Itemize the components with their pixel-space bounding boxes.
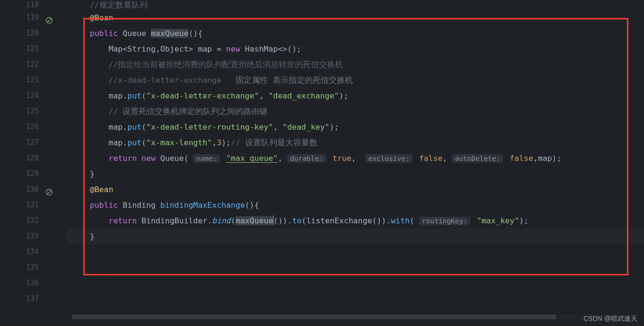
string: "max_key" bbox=[477, 216, 519, 225]
method-call: put bbox=[127, 91, 141, 100]
line-number: 129 bbox=[0, 166, 58, 182]
boolean: false bbox=[419, 154, 443, 163]
code-line[interactable]: //x-dead-letter-exchange 固定属性 表示指定的死信交换机 bbox=[66, 72, 644, 88]
line-number: 122 bbox=[0, 57, 58, 72]
line-number: 130 bbox=[0, 182, 58, 197]
line-number: 136 bbox=[0, 275, 58, 291]
number: 3 bbox=[217, 138, 221, 147]
code-line[interactable] bbox=[66, 291, 644, 307]
string: "x-dead-letter-exchange" bbox=[146, 91, 259, 100]
keyword: return bbox=[108, 154, 137, 163]
parameter-hint: autoDelete: bbox=[452, 154, 503, 163]
line-number: 135 bbox=[0, 260, 58, 275]
boolean: false bbox=[510, 154, 533, 163]
annotation: @Bean bbox=[90, 13, 114, 22]
watermark: CSDN @暗武逢天 bbox=[583, 315, 637, 323]
code-line[interactable]: map.put("x-dead-letter-exchange", "dead_… bbox=[66, 88, 644, 104]
line-number: 119 bbox=[0, 10, 58, 26]
line-number: 118 bbox=[0, 0, 58, 10]
comment: //规定数量队列 bbox=[90, 0, 148, 9]
code-line[interactable]: //指定给当前被拒绝消费的队列配置拒绝后消息转发的死信交换机 bbox=[66, 57, 644, 72]
method-call: maxQueue bbox=[236, 216, 273, 225]
code-editor[interactable]: 118 119 120 121 122 123 124 125 126 127 … bbox=[0, 0, 644, 326]
line-number: 124 bbox=[0, 88, 58, 104]
code-content[interactable]: //规定数量队列 @Bean public Queue maxQueue(){ … bbox=[66, 0, 644, 326]
method-name: bindingMaxExchange bbox=[160, 201, 245, 210]
method-call: with bbox=[391, 216, 410, 225]
code-line[interactable]: return BindingBuilder.bind(maxQueue()).t… bbox=[66, 213, 644, 229]
code-line[interactable] bbox=[66, 260, 644, 275]
keyword: public bbox=[90, 29, 118, 38]
string: "x-max-length" bbox=[146, 138, 212, 147]
code-line[interactable]: public Binding bindingMaxExchange(){ bbox=[66, 197, 644, 213]
code-line[interactable]: return new Queue( name: "max_queue", dur… bbox=[66, 150, 644, 166]
code-line[interactable]: @Bean bbox=[66, 182, 644, 197]
line-number: 120 bbox=[0, 26, 58, 41]
parameter-hint: name: bbox=[193, 154, 220, 163]
method-call: put bbox=[127, 138, 141, 147]
keyword: new bbox=[226, 44, 240, 53]
scrollbar-thumb[interactable] bbox=[72, 315, 556, 319]
svg-line-1 bbox=[47, 18, 51, 22]
type: Queue bbox=[123, 29, 146, 38]
text: (){ bbox=[188, 29, 203, 38]
current-line-highlight bbox=[66, 229, 644, 244]
keyword: new bbox=[141, 154, 156, 163]
line-number: 123 bbox=[0, 72, 58, 88]
line-number: 134 bbox=[0, 244, 58, 260]
code-line[interactable]: Map<String,Object> map = new HashMap<>()… bbox=[66, 41, 644, 57]
parameter-hint: routingKey: bbox=[419, 217, 470, 225]
annotation: @Bean bbox=[90, 185, 114, 194]
method-call: bind bbox=[212, 216, 231, 225]
line-number: 127 bbox=[0, 135, 58, 150]
keyword: return bbox=[108, 216, 137, 225]
gutter: 118 119 120 121 122 123 124 125 126 127 … bbox=[0, 0, 66, 326]
code-line[interactable]: } bbox=[66, 166, 644, 182]
code-line[interactable]: public Queue maxQueue(){ bbox=[66, 26, 644, 41]
line-number: 131 bbox=[0, 197, 58, 213]
horizontal-scrollbar[interactable] bbox=[72, 315, 635, 319]
code-line[interactable] bbox=[66, 275, 644, 291]
code-line[interactable]: @Bean bbox=[66, 10, 644, 26]
code-line[interactable]: //规定数量队列 bbox=[66, 0, 644, 10]
string: "dead_exchange" bbox=[268, 91, 339, 100]
no-entry-icon bbox=[45, 186, 53, 194]
code-line[interactable]: map.put("x-dead-letter-routing-key", "de… bbox=[66, 119, 644, 135]
line-number: 128 bbox=[0, 150, 58, 166]
boolean: true bbox=[333, 154, 352, 163]
line-number: 121 bbox=[0, 41, 58, 57]
string: "x-dead-letter-routing-key" bbox=[146, 123, 273, 132]
comment: //指定给当前被拒绝消费的队列配置拒绝后消息转发的死信交换机 bbox=[108, 60, 343, 69]
code-line[interactable]: // 设置死信交换机绑定的队列之间的路由键 bbox=[66, 104, 644, 119]
no-entry-icon bbox=[45, 14, 53, 22]
code-line[interactable] bbox=[66, 244, 644, 260]
line-number: 137 bbox=[0, 291, 58, 307]
string: "dead_key" bbox=[282, 123, 329, 132]
line-number: 126 bbox=[0, 119, 58, 135]
code-line[interactable]: map.put("x-max-length",3);// 设置队列最大容量数 bbox=[66, 135, 644, 150]
parameter-hint: exclusive: bbox=[365, 154, 412, 163]
svg-line-3 bbox=[47, 190, 51, 194]
method-name: maxQueue bbox=[151, 29, 188, 38]
line-number: 133 bbox=[0, 229, 58, 244]
comment: //x-dead-letter-exchange bbox=[108, 76, 235, 85]
string: "max_queue" bbox=[226, 154, 278, 163]
line-number: 125 bbox=[0, 104, 58, 119]
line-number: 132 bbox=[0, 213, 58, 229]
parameter-hint: durable: bbox=[287, 154, 326, 163]
method-call: put bbox=[127, 123, 141, 132]
keyword: public bbox=[90, 201, 118, 210]
method-call: to bbox=[292, 216, 301, 225]
